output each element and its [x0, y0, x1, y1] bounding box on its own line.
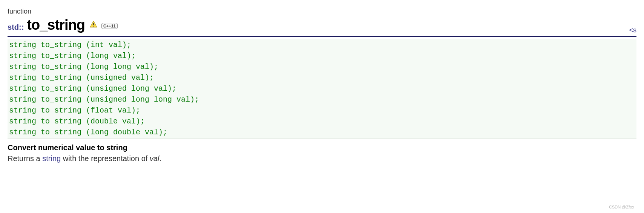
signature-line: string to_string (unsigned long val); [9, 84, 176, 93]
signature-line: string to_string (long val); [9, 52, 136, 60]
desc-text-prefix: Returns a [8, 154, 42, 163]
svg-rect-1 [93, 26, 94, 27]
desc-param-val: val [150, 154, 159, 163]
signature-line: string to_string (unsigned val); [9, 73, 154, 82]
function-signatures: string to_string (int val); string to_st… [8, 39, 636, 139]
signature-line: string to_string (float val); [9, 106, 140, 115]
title-divider [8, 36, 636, 37]
string-type-link[interactable]: string [42, 154, 61, 163]
function-name: to_string [27, 17, 85, 33]
signature-line: string to_string (double val); [9, 117, 145, 126]
signature-line: string to_string (long double val); [9, 128, 167, 137]
doc-title-row: std:: to_string C++11 [8, 17, 636, 33]
svg-rect-0 [93, 23, 94, 25]
namespace-prefix: std:: [8, 23, 24, 32]
signature-line: string to_string (unsigned long long val… [9, 95, 199, 104]
signature-line: string to_string (long long val); [9, 62, 158, 71]
desc-text-mid: with the representation of [61, 154, 150, 163]
desc-text-suffix: . [159, 154, 161, 163]
description-title: Convert numerical value to string [8, 143, 636, 152]
doc-category-label: function [8, 8, 636, 15]
warning-icon [89, 20, 98, 28]
signature-line: string to_string (int val); [9, 41, 131, 49]
description-text: Returns a string with the representation… [8, 154, 636, 163]
watermark: CSDN @Zfox_ [609, 205, 636, 209]
cpp-standard-badge: C++11 [101, 23, 118, 29]
header-file-hint: <s [629, 26, 636, 34]
